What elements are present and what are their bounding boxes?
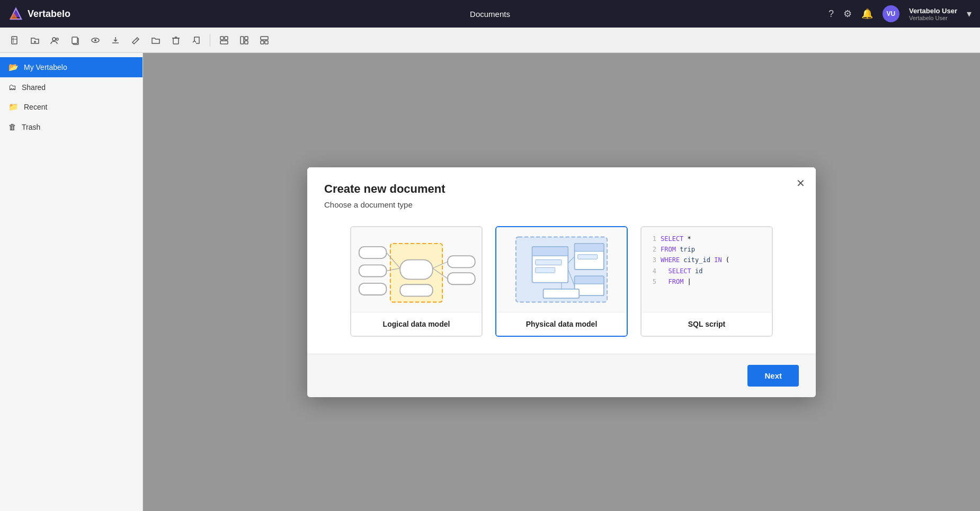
delete-icon[interactable]	[167, 32, 184, 49]
toolbar	[0, 28, 980, 53]
svg-rect-26	[261, 41, 264, 44]
svg-rect-11	[72, 37, 77, 43]
page-title: Documents	[470, 10, 510, 19]
copy-icon[interactable]	[67, 32, 84, 49]
user-info: Vertabelo User Vertabelo User	[909, 7, 957, 21]
download-icon[interactable]	[107, 32, 124, 49]
svg-rect-27	[265, 41, 268, 44]
svg-rect-19	[220, 37, 224, 40]
modal-header: Create new document Choose a document ty…	[307, 167, 816, 209]
svg-rect-49	[575, 276, 604, 284]
svg-rect-33	[359, 283, 387, 294]
sidebar-item-shared[interactable]: 🗂 Shared	[0, 77, 142, 97]
sidebar-item-trash[interactable]: 🗑 Trash	[0, 117, 142, 137]
svg-rect-23	[245, 37, 248, 40]
trash-folder-icon: 🗑	[8, 122, 16, 131]
folder-icon[interactable]	[147, 32, 164, 49]
eye-icon[interactable]	[87, 32, 104, 49]
sidebar-item-recent[interactable]: 📁 Recent	[0, 97, 142, 117]
sidebar-item-label: My Vertabelo	[24, 63, 67, 71]
layout-icon-3[interactable]	[256, 32, 273, 49]
sidebar-item-my-vertabelo[interactable]: 📂 My Vertabelo	[0, 57, 142, 77]
svg-rect-46	[575, 243, 604, 251]
svg-line-15	[136, 39, 138, 40]
svg-rect-44	[536, 267, 555, 273]
svg-rect-43	[536, 259, 562, 265]
svg-rect-20	[225, 37, 228, 40]
content-area: Create new document Choose a document ty…	[143, 53, 980, 511]
layout-icon-1[interactable]	[216, 32, 233, 49]
next-button[interactable]: Next	[747, 365, 799, 387]
svg-rect-47	[578, 254, 598, 259]
create-document-modal: Create new document Choose a document ty…	[307, 167, 816, 397]
svg-rect-42	[532, 246, 568, 255]
recent-folder-icon: 📁	[8, 102, 19, 112]
settings-icon[interactable]: ⚙	[843, 8, 852, 20]
sql-preview: 1SELECT * 2FROM trip 3WHERE city_id IN (…	[642, 227, 772, 312]
svg-rect-22	[240, 37, 244, 44]
help-icon[interactable]: ?	[828, 8, 834, 20]
modal-subtitle: Choose a document type	[324, 200, 799, 209]
modal-footer: Next	[307, 354, 816, 397]
main-layout: 📂 My Vertabelo 🗂 Shared 📁 Recent 🗑 Trash…	[0, 53, 980, 511]
sidebar: 📂 My Vertabelo 🗂 Shared 📁 Recent 🗑 Trash	[0, 53, 143, 511]
nav-icons-group: ? ⚙ 🔔 VU Vertabelo User Vertabelo User ▾	[828, 5, 972, 22]
top-navigation: Vertabelo Documents ? ⚙ 🔔 VU Vertabelo U…	[0, 0, 980, 28]
modal-body: Logical data model	[307, 209, 816, 354]
new-folder-icon[interactable]	[26, 32, 43, 49]
svg-rect-50	[544, 289, 580, 298]
notifications-icon[interactable]: 🔔	[861, 8, 873, 20]
svg-rect-24	[245, 41, 248, 44]
svg-rect-35	[448, 273, 475, 284]
user-sub: Vertabelo User	[909, 15, 957, 21]
edit-icon[interactable]	[127, 32, 144, 49]
team-icon[interactable]	[47, 32, 64, 49]
doc-type-card-logical[interactable]: Logical data model	[350, 226, 483, 337]
user-name: Vertabelo User	[909, 7, 957, 15]
svg-rect-34	[448, 256, 475, 267]
doc-type-card-sql[interactable]: 1SELECT * 2FROM trip 3WHERE city_id IN (…	[640, 226, 773, 337]
modal-title: Create new document	[324, 182, 799, 196]
svg-rect-3	[12, 37, 17, 44]
user-dropdown-chevron[interactable]: ▾	[967, 8, 972, 20]
export-icon[interactable]	[188, 32, 204, 49]
doc-type-card-physical[interactable]: Physical data model	[495, 226, 628, 337]
svg-rect-25	[261, 37, 268, 40]
sidebar-item-label: Trash	[22, 123, 40, 131]
svg-rect-16	[173, 38, 179, 44]
sql-card-label: SQL script	[642, 312, 772, 336]
svg-point-13	[94, 39, 96, 41]
logo-text: Vertabelo	[28, 8, 70, 20]
svg-rect-30	[400, 284, 433, 296]
sidebar-item-label: Recent	[24, 103, 47, 111]
folder-closed-icon: 🗂	[8, 83, 16, 92]
layout-icon-2[interactable]	[236, 32, 253, 49]
sidebar-item-label: Shared	[22, 83, 46, 92]
folder-open-icon: 📂	[8, 62, 19, 72]
logical-preview	[351, 227, 482, 312]
physical-preview	[496, 227, 627, 312]
toolbar-divider-1	[210, 34, 210, 47]
modal-overlay: Create new document Choose a document ty…	[143, 53, 980, 511]
svg-point-8	[52, 38, 56, 41]
svg-rect-29	[400, 259, 433, 279]
svg-rect-31	[359, 246, 387, 258]
svg-rect-32	[359, 265, 387, 276]
modal-close-button[interactable]: ✕	[796, 178, 805, 189]
new-document-icon[interactable]	[6, 32, 23, 49]
physical-card-label: Physical data model	[496, 312, 627, 336]
vertabelo-logo-icon	[8, 6, 23, 21]
logo-area: Vertabelo	[8, 6, 70, 21]
logical-card-label: Logical data model	[351, 312, 482, 336]
svg-rect-21	[220, 41, 228, 44]
user-avatar[interactable]: VU	[883, 5, 899, 22]
svg-point-9	[56, 38, 58, 40]
